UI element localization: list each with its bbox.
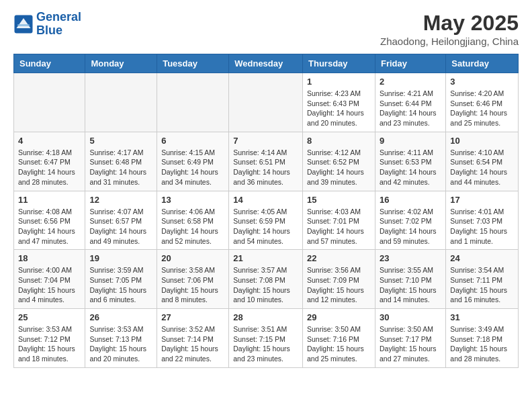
day-info: Sunrise: 4:02 AMSunset: 7:02 PMDaylight:… — [380, 207, 441, 246]
svg-rect-2 — [17, 24, 30, 26]
calendar: SundayMondayTuesdayWednesdayThursdayFrid… — [13, 54, 519, 368]
day-number: 27 — [161, 312, 224, 322]
day-info: Sunrise: 3:57 AMSunset: 7:08 PMDaylight:… — [233, 265, 298, 305]
day-info: Sunrise: 4:01 AMSunset: 7:03 PMDaylight:… — [450, 207, 514, 246]
day-number: 30 — [380, 312, 441, 322]
day-info: Sunrise: 4:10 AMSunset: 6:54 PMDaylight:… — [450, 148, 514, 187]
day-info: Sunrise: 4:00 AMSunset: 7:04 PMDaylight:… — [18, 265, 81, 305]
calendar-cell: 27Sunrise: 3:52 AMSunset: 7:14 PMDayligh… — [157, 309, 229, 368]
calendar-cell: 5Sunrise: 4:17 AMSunset: 6:48 PMDaylight… — [85, 132, 157, 191]
calendar-cell: 17Sunrise: 4:01 AMSunset: 7:03 PMDayligh… — [446, 191, 519, 250]
day-number: 10 — [450, 136, 514, 146]
day-of-week-header: Tuesday — [157, 54, 229, 73]
calendar-cell: 23Sunrise: 3:55 AMSunset: 7:10 PMDayligh… — [375, 250, 445, 309]
logo-line2: Blue — [36, 24, 81, 38]
day-of-week-header: Monday — [85, 54, 157, 73]
calendar-cell — [157, 73, 229, 132]
calendar-week-row: 4Sunrise: 4:18 AMSunset: 6:47 PMDaylight… — [14, 132, 519, 191]
calendar-cell: 15Sunrise: 4:03 AMSunset: 7:01 PMDayligh… — [303, 191, 375, 250]
calendar-cell: 18Sunrise: 4:00 AMSunset: 7:04 PMDayligh… — [14, 250, 85, 309]
day-number: 17 — [450, 195, 514, 205]
calendar-cell: 30Sunrise: 3:50 AMSunset: 7:17 PMDayligh… — [375, 309, 445, 368]
day-number: 22 — [307, 253, 371, 263]
calendar-cell: 3Sunrise: 4:20 AMSunset: 6:46 PMDaylight… — [446, 73, 519, 132]
day-info: Sunrise: 3:52 AMSunset: 7:14 PMDaylight:… — [161, 324, 224, 364]
day-info: Sunrise: 3:55 AMSunset: 7:10 PMDaylight:… — [380, 265, 441, 305]
calendar-week-row: 18Sunrise: 4:00 AMSunset: 7:04 PMDayligh… — [14, 250, 519, 309]
calendar-cell: 16Sunrise: 4:02 AMSunset: 7:02 PMDayligh… — [375, 191, 445, 250]
calendar-cell: 12Sunrise: 4:07 AMSunset: 6:57 PMDayligh… — [85, 191, 157, 250]
day-info: Sunrise: 4:18 AMSunset: 6:47 PMDaylight:… — [18, 148, 81, 187]
calendar-cell: 4Sunrise: 4:18 AMSunset: 6:47 PMDaylight… — [14, 132, 85, 191]
calendar-week-row: 11Sunrise: 4:08 AMSunset: 6:56 PMDayligh… — [14, 191, 519, 250]
day-of-week-header: Wednesday — [229, 54, 303, 73]
day-number: 1 — [307, 77, 371, 87]
calendar-cell: 19Sunrise: 3:59 AMSunset: 7:05 PMDayligh… — [85, 250, 157, 309]
day-number: 23 — [380, 253, 441, 263]
day-info: Sunrise: 4:07 AMSunset: 6:57 PMDaylight:… — [89, 207, 152, 246]
day-number: 5 — [89, 136, 152, 146]
day-info: Sunrise: 3:53 AMSunset: 7:13 PMDaylight:… — [89, 324, 152, 364]
calendar-cell: 31Sunrise: 3:49 AMSunset: 7:18 PMDayligh… — [446, 309, 519, 368]
day-info: Sunrise: 4:05 AMSunset: 6:59 PMDaylight:… — [233, 207, 298, 246]
day-info: Sunrise: 4:20 AMSunset: 6:46 PMDaylight:… — [450, 89, 514, 128]
day-info: Sunrise: 4:11 AMSunset: 6:53 PMDaylight:… — [380, 148, 441, 187]
calendar-cell: 28Sunrise: 3:51 AMSunset: 7:15 PMDayligh… — [229, 309, 303, 368]
calendar-cell — [229, 73, 303, 132]
calendar-cell: 1Sunrise: 4:23 AMSunset: 6:43 PMDaylight… — [303, 73, 375, 132]
day-number: 15 — [307, 195, 371, 205]
day-info: Sunrise: 3:53 AMSunset: 7:12 PMDaylight:… — [18, 324, 81, 364]
calendar-week-row: 25Sunrise: 3:53 AMSunset: 7:12 PMDayligh… — [14, 309, 519, 368]
day-info: Sunrise: 4:06 AMSunset: 6:58 PMDaylight:… — [161, 207, 224, 246]
logo-line1: General — [36, 11, 81, 24]
day-number: 20 — [161, 253, 224, 263]
day-number: 9 — [380, 136, 441, 146]
day-number: 29 — [307, 312, 371, 322]
day-of-week-header: Thursday — [303, 54, 375, 73]
calendar-cell — [14, 73, 85, 132]
day-number: 18 — [18, 253, 81, 263]
calendar-cell: 20Sunrise: 3:58 AMSunset: 7:06 PMDayligh… — [157, 250, 229, 309]
day-number: 24 — [450, 253, 514, 263]
day-number: 19 — [89, 253, 152, 263]
day-number: 12 — [89, 195, 152, 205]
day-info: Sunrise: 3:51 AMSunset: 7:15 PMDaylight:… — [233, 324, 298, 364]
day-header-row: SundayMondayTuesdayWednesdayThursdayFrid… — [14, 54, 519, 73]
header: General Blue May 2025 Zhaodong, Heilongj… — [13, 11, 519, 47]
calendar-cell: 24Sunrise: 3:54 AMSunset: 7:11 PMDayligh… — [446, 250, 519, 309]
day-number: 28 — [233, 312, 298, 322]
day-number: 11 — [18, 195, 81, 205]
calendar-cell — [85, 73, 157, 132]
logo: General Blue — [13, 11, 81, 38]
day-info: Sunrise: 3:58 AMSunset: 7:06 PMDaylight:… — [161, 265, 224, 305]
day-number: 4 — [18, 136, 81, 146]
day-info: Sunrise: 3:50 AMSunset: 7:17 PMDaylight:… — [380, 324, 441, 364]
day-info: Sunrise: 4:14 AMSunset: 6:51 PMDaylight:… — [233, 148, 298, 187]
calendar-cell: 29Sunrise: 3:50 AMSunset: 7:16 PMDayligh… — [303, 309, 375, 368]
page: General Blue May 2025 Zhaodong, Heilongj… — [0, 0, 532, 381]
day-info: Sunrise: 3:50 AMSunset: 7:16 PMDaylight:… — [307, 324, 371, 364]
calendar-cell: 22Sunrise: 3:56 AMSunset: 7:09 PMDayligh… — [303, 250, 375, 309]
calendar-cell: 21Sunrise: 3:57 AMSunset: 7:08 PMDayligh… — [229, 250, 303, 309]
calendar-cell: 14Sunrise: 4:05 AMSunset: 6:59 PMDayligh… — [229, 191, 303, 250]
day-number: 21 — [233, 253, 298, 263]
day-info: Sunrise: 3:56 AMSunset: 7:09 PMDaylight:… — [307, 265, 371, 305]
day-info: Sunrise: 4:03 AMSunset: 7:01 PMDaylight:… — [307, 207, 371, 246]
calendar-cell: 6Sunrise: 4:15 AMSunset: 6:49 PMDaylight… — [157, 132, 229, 191]
day-info: Sunrise: 4:17 AMSunset: 6:48 PMDaylight:… — [89, 148, 152, 187]
day-number: 7 — [233, 136, 298, 146]
day-number: 2 — [380, 77, 441, 87]
day-of-week-header: Sunday — [14, 54, 85, 73]
title-area: May 2025 Zhaodong, Heilongjiang, China — [380, 11, 519, 47]
calendar-body: 1Sunrise: 4:23 AMSunset: 6:43 PMDaylight… — [14, 73, 519, 368]
day-number: 25 — [18, 312, 81, 322]
calendar-cell: 13Sunrise: 4:06 AMSunset: 6:58 PMDayligh… — [157, 191, 229, 250]
day-number: 3 — [450, 77, 514, 87]
day-number: 16 — [380, 195, 441, 205]
calendar-cell: 25Sunrise: 3:53 AMSunset: 7:12 PMDayligh… — [14, 309, 85, 368]
calendar-cell: 11Sunrise: 4:08 AMSunset: 6:56 PMDayligh… — [14, 191, 85, 250]
calendar-cell: 8Sunrise: 4:12 AMSunset: 6:52 PMDaylight… — [303, 132, 375, 191]
day-info: Sunrise: 4:08 AMSunset: 6:56 PMDaylight:… — [18, 207, 81, 246]
day-info: Sunrise: 3:54 AMSunset: 7:11 PMDaylight:… — [450, 265, 514, 305]
day-info: Sunrise: 3:49 AMSunset: 7:18 PMDaylight:… — [450, 324, 514, 364]
